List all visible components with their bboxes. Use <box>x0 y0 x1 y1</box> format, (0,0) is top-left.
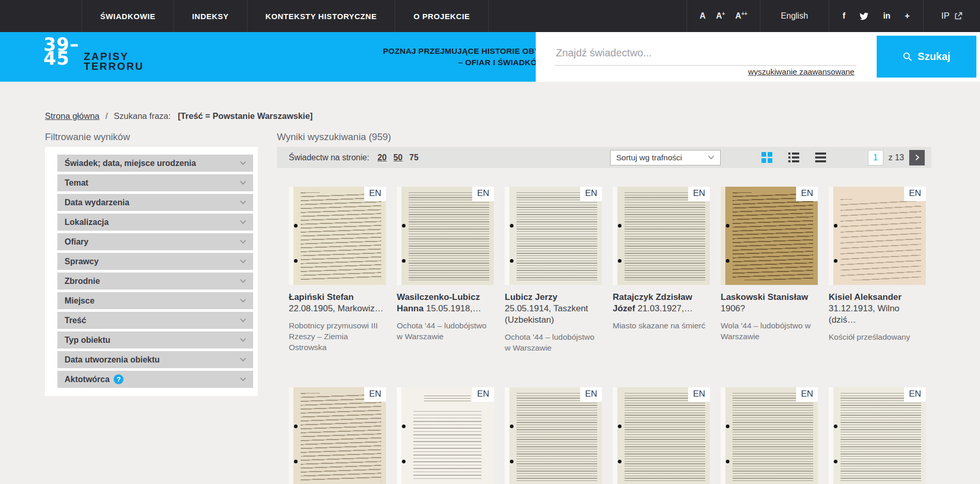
chevron-down-icon <box>240 161 246 165</box>
filter-label: Świadek; data, miejsce urodzenia <box>65 159 196 168</box>
result-title: Kisiel Aleksander 31.12.1913, Wilno (dzi… <box>829 292 926 326</box>
document-thumbnail: EN <box>397 187 494 285</box>
chevron-right-icon <box>915 154 920 161</box>
sort-selected-value: Sortuj wg trafności <box>616 153 682 162</box>
font-size-controls: AA+A++ <box>687 0 759 32</box>
filter-lokalizacja[interactable]: Lokalizacja <box>57 214 253 231</box>
result-description: Ochota '44 – ludobójstwo w Warszawie <box>397 320 494 342</box>
language-switcher[interactable]: English <box>760 0 829 32</box>
font-size-normal-button[interactable]: A <box>699 11 706 21</box>
search-button-label: Szukaj <box>917 51 950 63</box>
nav-item-wiadkowie[interactable]: ŚWIADKOWIE <box>82 0 174 32</box>
list-view-button[interactable] <box>788 152 799 163</box>
filter-sprawcy[interactable]: Sprawcy <box>57 253 253 270</box>
filter-label: Temat <box>65 178 88 188</box>
page-number-input[interactable]: 1 <box>868 150 883 165</box>
nav-item-indeksy[interactable]: INDEKSY <box>174 0 247 32</box>
filter-label: Typ obiektu <box>65 336 111 345</box>
advanced-search-link[interactable]: wyszukiwanie zaawansowane <box>555 67 854 77</box>
twitter-icon[interactable] <box>860 12 868 21</box>
per-page-option-20[interactable]: 20 <box>378 153 387 162</box>
grid-view-button[interactable] <box>761 152 772 163</box>
filter-miejsce[interactable]: Miejsce <box>57 292 253 309</box>
breadcrumb-home-link[interactable]: Strona główna <box>45 111 100 120</box>
search-input[interactable] <box>555 41 857 66</box>
result-card[interactable]: ENŁapiński Stefan 22.08.1905, Markowiz…R… <box>289 187 386 373</box>
share-plus-icon[interactable]: + <box>905 11 910 21</box>
result-card[interactable]: EN <box>505 387 602 484</box>
filter-tre[interactable]: Treść <box>57 312 253 329</box>
search-panel: wyszukiwanie zaawansowane Szukaj <box>536 32 980 82</box>
result-card[interactable]: EN <box>721 387 818 484</box>
per-page-option-75[interactable]: 75 <box>409 153 418 162</box>
scan-lines <box>413 411 481 481</box>
result-title: Laskowski Stanisław 1906? <box>721 292 818 314</box>
facebook-icon[interactable]: f <box>843 11 845 21</box>
result-card[interactable]: EN <box>397 387 494 484</box>
main-content: Strona główna / Szukana fraza: [Treść = … <box>0 82 980 484</box>
language-badge: EN <box>904 187 926 201</box>
result-description: Wola '44 – ludobójstwo w Warszawie <box>721 320 818 342</box>
scan-lines <box>733 192 813 280</box>
filter-label: Zbrodnie <box>65 277 100 286</box>
scan-lines <box>841 199 921 280</box>
nav-item-o-projekcie[interactable]: O PROJEKCIE <box>395 0 488 32</box>
filter-wiadek-data-miejsce-urodzenia[interactable]: Świadek; data, miejsce urodzenia <box>57 155 253 172</box>
breadcrumb-separator: / <box>105 111 108 120</box>
help-icon[interactable]: ? <box>114 374 123 384</box>
filters-title: Filtrowanie wyników <box>45 131 277 143</box>
result-card[interactable]: ENWasilczenko-Lubicz Hanna 15.05.1918,…O… <box>397 187 494 373</box>
result-card[interactable]: EN <box>613 387 710 484</box>
social-links: fin+ <box>829 0 923 32</box>
result-title: Lubicz Jerzy 25.05.1914, Taszkent (Uzbek… <box>505 292 602 326</box>
results-toolbar: Świadectw na stronie: 205075 Sortuj wg t… <box>277 147 931 168</box>
chevron-down-icon <box>240 180 246 185</box>
chevron-down-icon <box>240 220 246 224</box>
filter-zbrodnie[interactable]: Zbrodnie <box>57 273 253 290</box>
result-description: Kościół prześladowany <box>829 331 926 342</box>
language-badge: EN <box>364 187 386 201</box>
site-logo[interactable]: 39– 45 ZAPISY TERRORU <box>43 38 144 71</box>
filter-label: Data utworzenia obiektu <box>65 355 160 365</box>
language-badge: EN <box>904 387 926 402</box>
result-card[interactable]: EN <box>289 387 386 484</box>
ip-external-link[interactable]: IP <box>923 0 980 32</box>
filter-temat[interactable]: Temat <box>57 174 253 191</box>
filter-data-utworzenia-obiektu[interactable]: Data utworzenia obiektu <box>57 351 253 368</box>
sort-dropdown[interactable]: Sortuj wg trafności <box>610 150 721 165</box>
filter-label: Treść <box>65 316 86 325</box>
result-card[interactable]: ENLubicz Jerzy 25.05.1914, Taszkent (Uzb… <box>505 187 602 373</box>
document-thumbnail: EN <box>289 387 386 484</box>
linkedin-icon[interactable]: in <box>883 11 890 21</box>
breadcrumb-query: [Treść = Powstanie Warszawskie] <box>178 111 313 120</box>
breadcrumb: Strona główna / Szukana fraza: [Treść = … <box>45 110 931 122</box>
font-size-largest-button[interactable]: A++ <box>735 11 747 21</box>
result-card[interactable]: ENRatajczyk Zdzisław Józef 21.03.1927,…M… <box>613 187 710 373</box>
filter-label: Data wydarzenia <box>65 198 129 207</box>
language-badge: EN <box>688 387 710 402</box>
table-view-button[interactable] <box>815 152 826 163</box>
per-page-label: Świadectw na stronie: <box>289 153 369 162</box>
page: ŚWIADKOWIEINDEKSYKONTEKSTY HISTORYCZNEO … <box>0 0 980 484</box>
filter-typ-obiektu[interactable]: Typ obiektu <box>57 331 253 349</box>
next-page-button[interactable] <box>909 150 925 165</box>
filter-aktotw-rca[interactable]: Aktotwórca? <box>57 371 253 388</box>
chevron-down-icon <box>240 377 246 382</box>
results-grid: ENŁapiński Stefan 22.08.1905, Markowiz…R… <box>277 187 931 484</box>
result-card[interactable]: EN <box>829 387 926 484</box>
scan-lines <box>301 192 381 280</box>
result-card[interactable]: ENKisiel Aleksander 31.12.1913, Wilno (d… <box>829 187 926 373</box>
nav-item-konteksty-historyczne[interactable]: KONTEKSTY HISTORYCZNE <box>247 0 395 32</box>
filter-data-wydarzenia[interactable]: Data wydarzenia <box>57 194 253 211</box>
document-thumbnail: EN <box>829 187 926 285</box>
results-section: Świadectw na stronie: 205075 Sortuj wg t… <box>277 147 931 484</box>
font-size-larger-button[interactable]: A+ <box>716 11 725 21</box>
document-thumbnail: EN <box>613 187 710 285</box>
search-button[interactable]: Szukaj <box>877 36 976 78</box>
language-badge: EN <box>580 187 602 201</box>
scan-lines <box>625 393 705 481</box>
per-page-option-50[interactable]: 50 <box>393 153 402 162</box>
result-card[interactable]: ENLaskowski Stanisław 1906?Wola '44 – lu… <box>721 187 818 373</box>
filter-ofiary[interactable]: Ofiary <box>57 233 253 250</box>
language-badge: EN <box>472 387 494 402</box>
